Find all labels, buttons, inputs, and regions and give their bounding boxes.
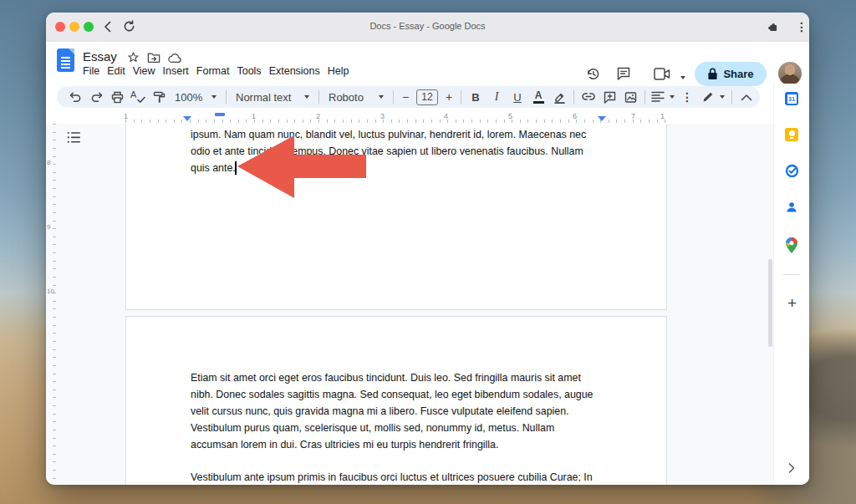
- doc-text-line: accumsan lorem in dui. Cras ultricies mi…: [191, 436, 498, 453]
- browser-tab-title: Docs - Essay - Google Docs: [46, 21, 809, 31]
- google-keep-icon[interactable]: [784, 127, 799, 142]
- more-options-button[interactable]: ⋮: [677, 87, 697, 107]
- star-icon[interactable]: [127, 51, 140, 64]
- google-tasks-icon[interactable]: [784, 163, 799, 178]
- ruler-number: 2: [316, 112, 320, 120]
- spell-check-button[interactable]: A: [128, 87, 148, 107]
- lock-icon: [707, 68, 718, 80]
- share-button[interactable]: Share: [695, 62, 767, 86]
- document-title[interactable]: Essay: [83, 49, 117, 64]
- google-calendar-icon[interactable]: 31: [784, 91, 799, 106]
- redo-button[interactable]: [86, 87, 106, 107]
- document-page-1[interactable]: ipsum. Nam quam nunc, blandit vel, luctu…: [125, 124, 667, 310]
- menu-edit[interactable]: Edit: [107, 65, 125, 77]
- doc-text-line: Vestibulum purus quam, scelerisque ut, m…: [191, 420, 554, 436]
- menu-bar: File Edit View Insert Format Tools Exten…: [83, 65, 349, 77]
- version-history-icon[interactable]: [585, 66, 601, 82]
- text-color-button[interactable]: A: [528, 87, 548, 107]
- chevron-down-icon: [379, 95, 384, 99]
- ruler-number: 6: [573, 112, 577, 120]
- zoom-select[interactable]: 100%: [170, 87, 222, 107]
- toolbar-divider: [573, 90, 574, 104]
- underline-button[interactable]: U: [507, 87, 527, 107]
- ruler-number: 4: [444, 112, 448, 120]
- doc-text-line: velit cursus nunc, quis gravida magna mi…: [191, 403, 569, 420]
- increase-font-size-button[interactable]: +: [441, 87, 456, 107]
- browser-window: Docs - Essay - Google Docs ⋮ Essay: [46, 13, 809, 485]
- document-canvas: 8 9 10 ipsum. Nam quam nunc, blandit vel…: [46, 124, 773, 485]
- align-button[interactable]: [650, 87, 676, 107]
- vruler-number: 10: [47, 288, 54, 295]
- toolbar-divider: [461, 90, 461, 104]
- browser-titlebar: Docs - Essay - Google Docs ⋮: [46, 13, 809, 43]
- extensions-puzzle-icon[interactable]: [767, 21, 779, 33]
- doc-text-line: Vestibulum ante ipsum primis in faucibus…: [191, 469, 593, 485]
- toolbar-divider: [645, 90, 645, 104]
- google-maps-icon[interactable]: [784, 237, 799, 252]
- ruler-number: 1: [252, 112, 256, 120]
- vruler-number: 9: [47, 223, 50, 231]
- ruler-number: 1: [124, 112, 128, 120]
- decrease-font-size-button[interactable]: −: [398, 87, 413, 107]
- google-docs-logo-icon[interactable]: [57, 48, 74, 72]
- highlight-color-button[interactable]: [549, 87, 569, 107]
- move-folder-icon[interactable]: [147, 52, 160, 64]
- google-contacts-icon[interactable]: [784, 200, 799, 215]
- menu-extensions[interactable]: Extensions: [269, 65, 320, 77]
- right-indent-marker[interactable]: [598, 116, 606, 121]
- side-panel: 31 +: [773, 84, 809, 485]
- vertical-ruler-ticks: [53, 124, 56, 485]
- first-line-indent-marker[interactable]: [215, 113, 225, 116]
- font-select[interactable]: Roboto: [324, 87, 389, 107]
- doc-text-line: quis ante.: [191, 160, 236, 176]
- account-avatar[interactable]: [778, 62, 802, 85]
- editing-mode-button[interactable]: [699, 87, 727, 107]
- menu-view[interactable]: View: [133, 65, 155, 77]
- undo-button[interactable]: [65, 87, 85, 107]
- text-cursor: [235, 161, 237, 175]
- hide-panel-chevron-icon[interactable]: [784, 461, 799, 476]
- insert-image-button[interactable]: [620, 87, 640, 107]
- doc-text-line: Etiam sit amet orci eget eros faucibus t…: [191, 369, 581, 386]
- menu-insert[interactable]: Insert: [163, 65, 189, 77]
- comments-icon[interactable]: [616, 66, 631, 81]
- styles-select[interactable]: Normal text: [231, 87, 314, 107]
- docs-header: Essay File Edit View Insert Format Tools…: [46, 42, 809, 84]
- meet-camera-icon[interactable]: [654, 68, 670, 80]
- show-outline-icon[interactable]: [67, 131, 81, 144]
- chevron-down-icon: [720, 95, 725, 99]
- font-size-input[interactable]: 12: [416, 89, 438, 105]
- horizontal-ruler: 1 1 2 3 4 5 6 7 1: [46, 111, 773, 124]
- red-pointer-arrow: [237, 135, 368, 200]
- menu-tools[interactable]: Tools: [237, 65, 261, 77]
- toolbar-divider: [318, 90, 319, 104]
- insert-link-button[interactable]: [578, 87, 599, 107]
- chevron-down-icon: [670, 95, 675, 99]
- doc-text-line: nibh. Donec sodales sagittis magna. Sed …: [191, 386, 594, 403]
- ruler-number: 1: [660, 112, 665, 120]
- add-comment-button[interactable]: [599, 87, 619, 107]
- document-page-2[interactable]: Etiam sit amet orci eget eros faucibus t…: [125, 316, 667, 485]
- format-toolbar: A 100% Normal text Roboto − 12 + B I U A: [57, 86, 760, 108]
- browser-menu-icon[interactable]: ⋮: [796, 20, 808, 33]
- collapse-toolbar-button[interactable]: [736, 87, 757, 107]
- cloud-saved-icon[interactable]: [168, 53, 182, 64]
- share-button-label: Share: [723, 68, 753, 80]
- chevron-down-icon: [304, 95, 309, 99]
- ruler-number: 5: [508, 112, 512, 120]
- panel-add-button[interactable]: +: [774, 294, 809, 313]
- panel-divider: [783, 274, 800, 275]
- menu-file[interactable]: File: [83, 65, 99, 77]
- menu-format[interactable]: Format: [196, 65, 230, 77]
- ruler-ticks: [125, 120, 667, 123]
- desktop-background: Docs - Essay - Google Docs ⋮ Essay: [0, 0, 856, 504]
- left-indent-marker[interactable]: [183, 116, 191, 121]
- menu-help[interactable]: Help: [328, 65, 349, 77]
- vertical-scrollbar-thumb[interactable]: [768, 259, 772, 347]
- italic-button[interactable]: I: [487, 87, 507, 107]
- print-button[interactable]: [107, 87, 127, 107]
- paint-format-button[interactable]: [149, 87, 169, 107]
- vruler-number: 8: [47, 159, 50, 166]
- meet-dropdown-caret-icon[interactable]: [680, 76, 685, 79]
- bold-button[interactable]: B: [466, 87, 486, 107]
